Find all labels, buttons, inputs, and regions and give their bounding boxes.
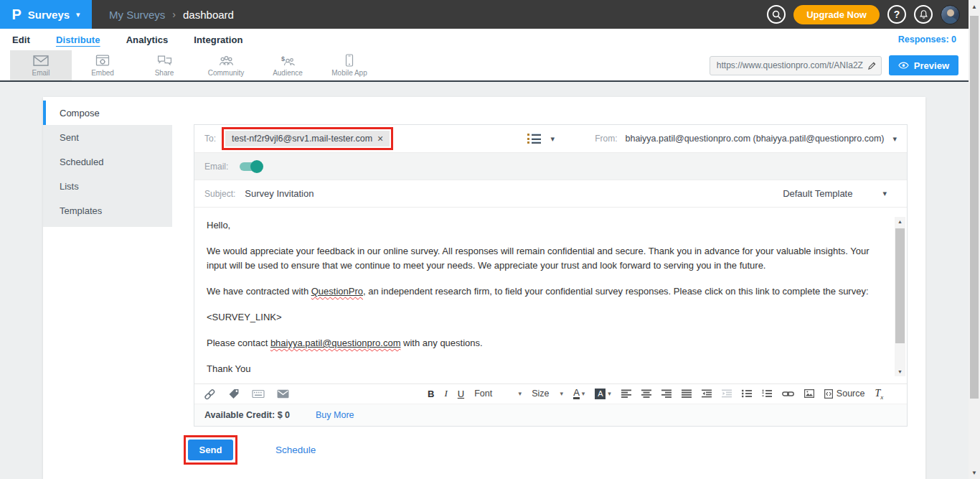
survey-nav: Edit Distribute Analytics Integration Re…: [0, 29, 969, 50]
notifications-button[interactable]: [914, 5, 933, 24]
email-toggle[interactable]: [240, 162, 262, 171]
tab-analytics[interactable]: Analytics: [126, 34, 169, 45]
upgrade-now-button[interactable]: Upgrade Now: [793, 5, 880, 24]
channel-label: Audience: [273, 69, 303, 77]
increase-indent-button[interactable]: [722, 389, 732, 398]
sidebar-item-compose[interactable]: Compose: [43, 101, 172, 125]
channel-share[interactable]: Share: [133, 50, 195, 80]
questionpro-link[interactable]: QuestionPro: [311, 286, 363, 297]
template-value: Default Template: [783, 188, 852, 199]
questionpro-distribute-page: P Surveys ▾ My Surveys › dashboard Upgra…: [0, 0, 980, 479]
page-scrollbar-thumb[interactable]: [970, 16, 979, 399]
product-switcher[interactable]: P Surveys ▾: [0, 0, 92, 29]
breadcrumb: My Surveys › dashboard: [109, 9, 234, 21]
size-dropdown[interactable]: Size▾: [532, 389, 563, 399]
sidebar-item-sent[interactable]: Sent: [43, 125, 172, 149]
eye-icon: [898, 62, 909, 69]
svg-text:$: $: [281, 55, 285, 62]
insert-link-icon[interactable]: [204, 389, 216, 400]
channel-mobile-app[interactable]: Mobile App: [319, 50, 380, 80]
hyperlink-button[interactable]: [782, 390, 794, 398]
decrease-indent-button[interactable]: [702, 389, 712, 398]
bold-button[interactable]: B: [428, 389, 434, 399]
remove-recipient-icon[interactable]: ×: [377, 134, 383, 144]
background-color-button[interactable]: A▾: [595, 389, 611, 399]
editor-scrollbar[interactable]: ▲ ▼: [895, 217, 905, 376]
sidebar-item-scheduled[interactable]: Scheduled: [43, 149, 172, 174]
align-left-button[interactable]: [621, 389, 631, 398]
help-button[interactable]: ?: [887, 5, 906, 24]
page-scroll-down-icon[interactable]: ▼: [969, 467, 980, 478]
content-area: Compose Sent Scheduled Lists Templates T…: [0, 82, 969, 479]
font-dropdown[interactable]: Font▾: [474, 389, 522, 399]
channel-community[interactable]: Community: [195, 50, 257, 80]
search-button[interactable]: [767, 5, 786, 24]
page-scroll-up-icon[interactable]: ▲: [969, 1, 980, 12]
text-color-button[interactable]: A▾: [573, 388, 585, 399]
embed-icon: [95, 55, 110, 67]
scroll-up-icon[interactable]: ▲: [895, 217, 905, 226]
template-selector[interactable]: Default Template ▾: [783, 188, 897, 199]
editor-scrollbar-thumb[interactable]: [895, 228, 905, 343]
user-avatar[interactable]: [941, 5, 960, 24]
responses-count[interactable]: Responses: 0: [898, 34, 956, 45]
recipient-email: test-nf2r9vjl6@srv1.mail-tester.com: [232, 134, 372, 144]
survey-url-input[interactable]: [717, 60, 867, 70]
contact-list-icon[interactable]: [527, 134, 541, 144]
tab-distribute[interactable]: Distribute: [56, 34, 100, 45]
align-center-button[interactable]: [641, 389, 651, 398]
channel-embed[interactable]: Embed: [72, 50, 133, 80]
recipient-chip[interactable]: test-nf2r9vjl6@srv1.mail-tester.com ×: [225, 131, 390, 147]
body-paragraph-2: We have contracted with QuestionPro, an …: [207, 284, 882, 299]
scroll-down-icon[interactable]: ▼: [895, 367, 905, 376]
bulleted-list-button[interactable]: [742, 389, 752, 398]
body-paragraph-3: Please contact bhaiyya.patil@questionpro…: [207, 336, 882, 350]
breadcrumb-my-surveys[interactable]: My Surveys: [109, 9, 165, 21]
credit-row: Available Credit: $ 0 Buy More: [194, 404, 907, 426]
schedule-link[interactable]: Schedule: [275, 445, 316, 455]
tab-edit[interactable]: Edit: [12, 34, 30, 45]
tab-integration[interactable]: Integration: [194, 34, 242, 45]
email-toggle-row: Email:: [194, 153, 907, 180]
search-icon: [772, 10, 781, 19]
sidebar-item-lists[interactable]: Lists: [43, 174, 172, 198]
from-caret-icon[interactable]: ▾: [892, 134, 897, 144]
insert-image-button[interactable]: [804, 389, 814, 398]
sidebar-item-templates[interactable]: Templates: [43, 198, 172, 223]
channel-audience[interactable]: $ Audience: [257, 50, 319, 80]
top-header: P Surveys ▾ My Surveys › dashboard Upgra…: [0, 0, 969, 29]
edit-pencil-icon[interactable]: [867, 61, 877, 70]
body-greeting: Hello,: [207, 218, 882, 233]
italic-button[interactable]: I: [444, 388, 447, 399]
subject-label: Subject:: [204, 189, 235, 199]
email-template-icon[interactable]: [277, 389, 289, 399]
justify-button[interactable]: [682, 389, 692, 398]
subject-value[interactable]: Survey Invitation: [245, 188, 314, 199]
page-scrollbar[interactable]: ▲ ▼: [969, 0, 980, 479]
question-mark-icon: ?: [894, 9, 900, 20]
channel-label: Share: [155, 69, 174, 77]
underline-button[interactable]: U: [458, 389, 464, 399]
body-closing: Thank You: [207, 362, 882, 376]
from-label: From:: [595, 134, 617, 144]
contact-email-link[interactable]: bhaiyya.patil@questionpro.com: [270, 338, 401, 348]
contact-list-caret-icon[interactable]: ▾: [551, 134, 555, 144]
merge-fields-icon[interactable]: [252, 389, 265, 399]
bell-icon: [919, 9, 928, 19]
source-button[interactable]: Source: [824, 389, 865, 399]
from-value[interactable]: bhaiyya.patil@questionpro.com (bhaiyya.p…: [625, 134, 884, 144]
survey-link-tools: Preview: [710, 55, 958, 75]
tag-icon[interactable]: [228, 389, 240, 399]
align-right-button[interactable]: [661, 389, 672, 398]
buy-more-link[interactable]: Buy More: [316, 410, 354, 420]
email-distribution-card: Compose Sent Scheduled Lists Templates T…: [43, 97, 925, 479]
editor-toolbar: B I U Font▾ Size▾ A▾ A▾: [194, 383, 907, 404]
numbered-list-button[interactable]: [762, 389, 772, 398]
email-icon: [33, 55, 49, 67]
channel-email[interactable]: Email: [10, 50, 72, 80]
remove-format-button[interactable]: Tx: [875, 388, 883, 401]
email-body-editor[interactable]: Hello, We would appreciate your feedback…: [194, 208, 907, 383]
preview-button[interactable]: Preview: [889, 55, 958, 75]
survey-link-token: <SURVEY_LINK>: [207, 310, 882, 325]
send-button[interactable]: Send: [188, 440, 233, 460]
